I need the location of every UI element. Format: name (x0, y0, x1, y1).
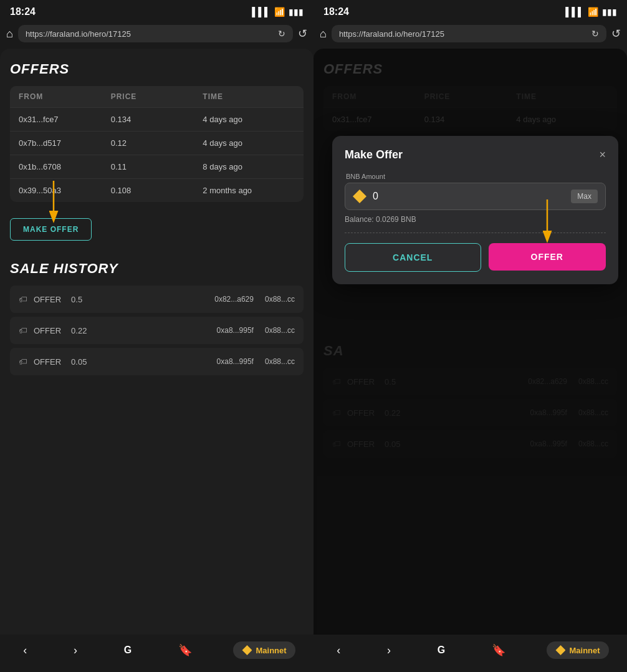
status-bar-right: 18:24 ▌▌▌ 📶 ▮▮▮ (314, 0, 627, 21)
mainnet-label-right: Mainnet (569, 646, 600, 655)
max-button[interactable]: Max (571, 190, 598, 203)
content-area-left: OFFERS FROM PRICE TIME 0x31...fce7 0.134… (0, 49, 314, 635)
sale-addr2: 0x88...cc (265, 295, 295, 304)
mainnet-label-left: Mainnet (256, 646, 286, 655)
sale-row: 🏷 OFFER 0.05 0xa8...995f 0x88...cc (10, 348, 304, 375)
bottom-nav-left: ‹ › G 🔖 Mainnet (0, 635, 314, 672)
tag-icon: 🏷 (19, 357, 27, 367)
row3-price: 0.11 (111, 162, 203, 171)
modal-divider (345, 233, 606, 233)
left-phone-panel: 18:24 ▌▌▌ 📶 ▮▮▮ ⌂ https://faraland.io/he… (0, 0, 314, 672)
offer-btn-container: OFFER (489, 243, 606, 272)
sale-row: 🏷 OFFER 0.5 0x82...a629 0x88...cc (10, 286, 304, 313)
mainnet-badge-left[interactable]: Mainnet (233, 641, 295, 659)
bnb-icon-right (555, 645, 565, 655)
bnb-amount-label: BNB Amount (346, 173, 606, 180)
battery-icon: ▮▮▮ (289, 7, 304, 17)
sale-label: OFFER (34, 326, 61, 335)
bnb-icon-left (242, 645, 252, 655)
modal-close-button[interactable]: × (599, 148, 606, 161)
sale-history-section-left: SALE HISTORY 🏷 OFFER 0.5 0x82...a629 0x8… (10, 261, 304, 375)
table-row: 0x1b...6708 0.11 8 days ago (10, 155, 304, 178)
make-offer-container: MAKE OFFER (10, 218, 92, 246)
sale-label: OFFER (34, 295, 61, 304)
url-text-right: https://faraland.io/hero/17125 (339, 29, 444, 39)
url-box-left[interactable]: https://faraland.io/hero/17125 ↻ (18, 25, 293, 42)
reload-icon-right[interactable]: ↻ (591, 29, 599, 39)
bnb-amount-input[interactable] (373, 191, 571, 202)
url-text-left: https://faraland.io/hero/17125 (26, 29, 131, 39)
sale-price: 0.22 (71, 326, 87, 335)
col-from-left: FROM (19, 92, 111, 101)
offers-title-left: OFFERS (10, 61, 304, 77)
modal-title: Make Offer (345, 148, 403, 161)
sale-addr2: 0x88...cc (265, 326, 295, 335)
browser-bar-left: ⌂ https://faraland.io/hero/17125 ↻ ↺ (0, 21, 314, 46)
row1-price: 0.134 (111, 115, 203, 124)
nav-back-right[interactable]: ‹ (332, 641, 345, 660)
row2-time: 4 days ago (203, 138, 295, 148)
table-header-left: FROM PRICE TIME (10, 86, 304, 107)
table-row: 0x31...fce7 0.134 4 days ago (10, 107, 304, 131)
tag-icon: 🏷 (19, 325, 27, 335)
row3-time: 8 days ago (203, 162, 295, 171)
sale-price: 0.5 (71, 295, 82, 304)
modal-header: Make Offer × (345, 148, 606, 161)
bnb-input-box: Max (345, 183, 606, 210)
signal-icon: ▌▌▌ (252, 7, 270, 17)
balance-text: Balance: 0.0269 BNB (345, 215, 606, 224)
sale-row: 🏷 OFFER 0.22 0xa8...995f 0x88...cc (10, 317, 304, 344)
bnb-diamond-icon (353, 190, 366, 203)
table-row: 0x7b...d517 0.12 4 days ago (10, 131, 304, 155)
make-offer-button[interactable]: MAKE OFFER (10, 218, 92, 241)
wifi-icon: 📶 (274, 7, 285, 17)
history-icon-right[interactable]: ↺ (611, 27, 621, 41)
status-icons-right: ▌▌▌ 📶 ▮▮▮ (565, 7, 617, 17)
row3-from: 0x1b...6708 (19, 162, 111, 171)
sale-addr1: 0xa8...995f (217, 326, 254, 335)
offers-table-left: FROM PRICE TIME 0x31...fce7 0.134 4 days… (10, 86, 304, 202)
modal-actions: CANCEL OFFER (345, 243, 606, 272)
history-icon-left[interactable]: ↺ (298, 27, 307, 41)
tag-icon: 🏷 (19, 294, 27, 304)
home-icon-right[interactable]: ⌂ (320, 27, 327, 41)
sale-label: OFFER (34, 357, 61, 367)
browser-bar-right: ⌂ https://faraland.io/hero/17125 ↻ ↺ (314, 21, 627, 46)
sale-addr2: 0x88...cc (265, 357, 295, 366)
status-time-left: 18:24 (10, 6, 36, 17)
content-area-right: OFFERS FROM PRICE TIME 0x31...fce7 0.134… (314, 49, 627, 635)
bottom-nav-right: ‹ › G 🔖 Mainnet (314, 635, 627, 672)
nav-bookmark-left[interactable]: 🔖 (173, 641, 197, 660)
reload-icon-left[interactable]: ↻ (278, 29, 285, 39)
sale-addr1: 0xa8...995f (217, 357, 254, 366)
row4-from: 0x39...50a3 (19, 186, 111, 195)
signal-icon-right: ▌▌▌ (565, 7, 584, 17)
col-time-left: TIME (203, 92, 295, 101)
nav-back-left[interactable]: ‹ (18, 641, 32, 660)
table-row: 0x39...50a3 0.108 2 months ago (10, 178, 304, 202)
home-icon-left[interactable]: ⌂ (6, 27, 13, 41)
row2-from: 0x7b...d517 (19, 138, 111, 148)
make-offer-modal: Make Offer × BNB Amount Max Balance: 0.0… (332, 136, 618, 284)
row2-price: 0.12 (111, 138, 203, 148)
sale-addr1: 0x82...a629 (214, 295, 254, 304)
sale-history-title-left: SALE HISTORY (10, 261, 304, 277)
nav-google-right[interactable]: G (433, 642, 450, 658)
nav-forward-right[interactable]: › (382, 641, 396, 660)
url-box-right[interactable]: https://faraland.io/hero/17125 ↻ (332, 25, 606, 42)
wifi-icon-right: 📶 (588, 7, 598, 17)
status-bar-left: 18:24 ▌▌▌ 📶 ▮▮▮ (0, 0, 314, 21)
status-time-right: 18:24 (323, 6, 349, 17)
right-phone-panel: 18:24 ▌▌▌ 📶 ▮▮▮ ⌂ https://faraland.io/he… (314, 0, 627, 672)
nav-bookmark-right[interactable]: 🔖 (487, 641, 510, 660)
row1-time: 4 days ago (203, 115, 295, 124)
offer-button[interactable]: OFFER (489, 243, 606, 271)
row1-from: 0x31...fce7 (19, 115, 111, 124)
row4-time: 2 months ago (203, 186, 295, 195)
nav-google-left[interactable]: G (119, 642, 136, 658)
battery-icon-right: ▮▮▮ (602, 7, 617, 17)
cancel-button[interactable]: CANCEL (345, 243, 481, 272)
mainnet-badge-right[interactable]: Mainnet (547, 641, 608, 659)
nav-forward-left[interactable]: › (69, 641, 82, 660)
col-price-left: PRICE (111, 92, 203, 101)
